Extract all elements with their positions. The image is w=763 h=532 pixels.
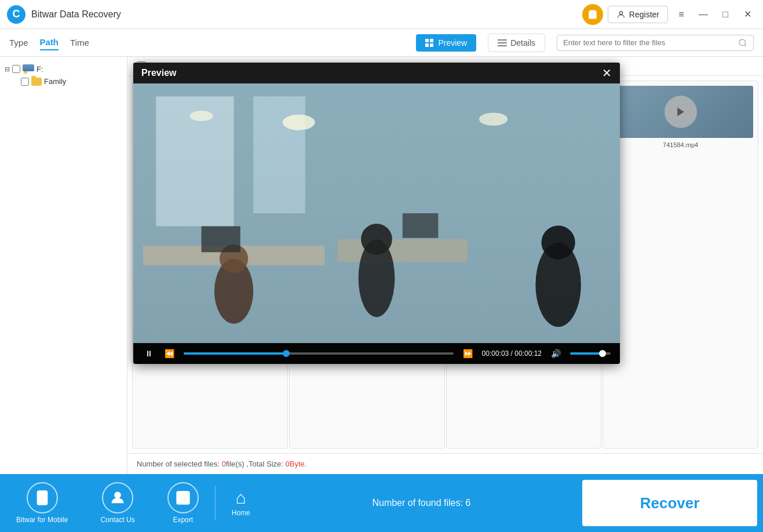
- svg-point-31: [115, 493, 120, 498]
- mobile-icon-circle: [27, 482, 58, 513]
- time-current: 00:00:03: [482, 349, 509, 358]
- volume-bar[interactable]: [570, 352, 611, 355]
- footer-found-count: Number of found files: 6: [266, 498, 576, 508]
- tree-item-family[interactable]: Family: [21, 75, 122, 88]
- app-logo: C: [7, 5, 25, 24]
- main-content: ⊟ F: Family Select All: [0, 57, 763, 474]
- drive-icon: [23, 64, 34, 74]
- volume-fill: [570, 352, 603, 355]
- footer-contact-button[interactable]: Contact Us: [84, 482, 151, 524]
- menu-button[interactable]: ≡: [673, 6, 690, 23]
- preview-view-button[interactable]: Preview: [416, 34, 476, 52]
- found-label: Number of found files: 6: [372, 498, 470, 508]
- preview-modal: Preview ✕: [133, 63, 620, 364]
- time-total: 00:00:12: [514, 349, 542, 358]
- volume-thumb: [599, 350, 606, 357]
- footer-mobile-button[interactable]: Bitwar for Mobile: [0, 482, 84, 524]
- status-mid: file(s) ,Total Size:: [226, 460, 286, 468]
- cart-button[interactable]: [582, 4, 603, 25]
- file-card[interactable]: 741584.mp4: [603, 81, 758, 449]
- tree-root[interactable]: ⊟ F:: [5, 63, 122, 75]
- preview-title: Preview: [141, 68, 176, 78]
- register-label: Register: [629, 10, 659, 19]
- status-file-count: 0: [222, 460, 226, 468]
- svg-line-10: [744, 45, 746, 46]
- tree-root-label: F:: [36, 65, 43, 74]
- app-logo-letter: C: [13, 8, 20, 20]
- minimize-button[interactable]: —: [695, 6, 712, 23]
- svg-marker-11: [677, 108, 684, 116]
- progress-bar[interactable]: [184, 352, 454, 355]
- mobile-icon: [34, 490, 50, 506]
- details-view-button[interactable]: Details: [488, 34, 545, 52]
- title-bar: C Bitwar Data Recovery Register ≡ — □ ✕: [0, 0, 763, 29]
- progress-fill: [184, 352, 286, 355]
- play-button[interactable]: [665, 96, 697, 128]
- svg-rect-28: [133, 83, 620, 343]
- svg-rect-2: [425, 39, 429, 42]
- app-title: Bitwar Data Recovery: [31, 9, 582, 20]
- rewind-button[interactable]: ⏪: [162, 348, 177, 359]
- home-label: Home: [232, 509, 250, 517]
- filter-box: [557, 35, 754, 51]
- file-thumb: [608, 86, 753, 138]
- recover-button[interactable]: Recover: [582, 480, 757, 526]
- video-frame: [133, 83, 620, 343]
- status-unit: Byte: [290, 460, 305, 468]
- mobile-label: Bitwar for Mobile: [16, 516, 68, 524]
- svg-point-1: [619, 11, 622, 14]
- footer-export-button[interactable]: Export: [151, 482, 215, 524]
- folder-icon: [31, 78, 42, 86]
- status-suffix: .: [305, 460, 307, 468]
- file-name: 741584.mp4: [663, 141, 698, 148]
- toolbar: Type Path Time Preview Details: [0, 29, 763, 57]
- tab-time[interactable]: Time: [70, 35, 89, 50]
- pause-button[interactable]: ⏸: [143, 348, 155, 359]
- tree-root-checkbox[interactable]: [12, 65, 20, 73]
- recover-label: Recover: [640, 494, 700, 512]
- svg-point-9: [739, 39, 746, 46]
- export-icon: [175, 490, 191, 506]
- expand-icon: ⊟: [5, 65, 10, 73]
- progress-thumb: [283, 350, 290, 357]
- filter-input[interactable]: [563, 38, 738, 47]
- title-bar-controls: Register ≡ — □ ✕: [582, 4, 756, 25]
- close-button[interactable]: ✕: [739, 6, 756, 23]
- contact-icon-circle: [102, 482, 133, 513]
- footer-home-button[interactable]: ⌂ Home: [216, 489, 266, 517]
- forward-button[interactable]: ⏩: [461, 348, 475, 359]
- file-grid-panel: Select All: [127, 57, 763, 474]
- svg-rect-29: [38, 491, 47, 504]
- svg-rect-5: [430, 43, 433, 47]
- status-prefix: Number of selected files:: [137, 460, 222, 468]
- home-icon: ⌂: [236, 489, 246, 507]
- details-label: Details: [510, 38, 535, 48]
- register-button[interactable]: Register: [608, 6, 668, 23]
- preview-header: Preview ✕: [133, 63, 620, 83]
- tab-path[interactable]: Path: [40, 35, 59, 50]
- tree-family-label: Family: [44, 77, 66, 86]
- export-label: Export: [173, 516, 193, 524]
- time-display: 00:00:03 / 00:00:12: [482, 349, 542, 358]
- tree-child-family: Family: [5, 75, 122, 88]
- footer: Bitwar for Mobile Contact Us Export ⌂ Ho…: [0, 474, 763, 532]
- contact-icon: [109, 490, 126, 506]
- export-icon-circle: [167, 482, 199, 513]
- volume-icon[interactable]: 🔊: [549, 348, 563, 359]
- office-scene-svg: [133, 83, 620, 343]
- preview-body: [133, 83, 620, 343]
- search-icon: [738, 38, 747, 48]
- contact-label: Contact Us: [100, 516, 134, 524]
- maximize-button[interactable]: □: [717, 6, 734, 23]
- svg-rect-3: [430, 39, 433, 42]
- status-bar: Number of selected files: 0file(s) ,Tota…: [127, 453, 763, 474]
- preview-label: Preview: [438, 38, 467, 48]
- preview-close-button[interactable]: ✕: [602, 67, 612, 79]
- tree-family-checkbox[interactable]: [21, 78, 29, 86]
- preview-controls: ⏸ ⏪ ⏩ 00:00:03 / 00:00:12: [133, 343, 620, 364]
- status-size: 0: [286, 460, 290, 468]
- tab-type[interactable]: Type: [9, 35, 28, 50]
- file-tree: ⊟ F: Family: [0, 57, 127, 474]
- svg-rect-4: [425, 43, 429, 47]
